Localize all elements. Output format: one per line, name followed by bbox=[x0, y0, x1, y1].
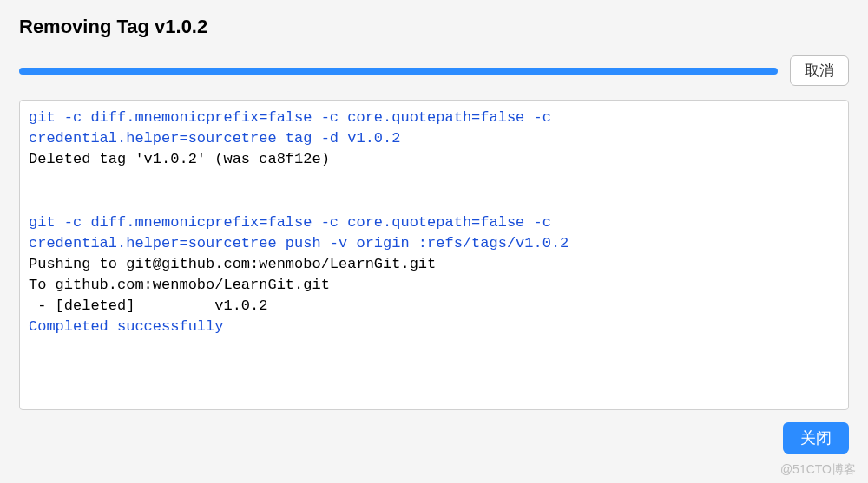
progress-row: 取消 bbox=[19, 55, 849, 86]
output-line: Completed successfully bbox=[29, 318, 223, 335]
output-line: credential.helper=sourcetree push -v ori… bbox=[29, 235, 569, 251]
output-line: credential.helper=sourcetree tag -d v1.0… bbox=[29, 130, 400, 147]
dialog-title: Removing Tag v1.0.2 bbox=[19, 16, 849, 38]
output-line: git -c diff.mnemonicprefix=false -c core… bbox=[29, 109, 560, 126]
output-line: To github.com:wenmobo/LearnGit.git bbox=[29, 277, 330, 293]
output-line: git -c diff.mnemonicprefix=false -c core… bbox=[29, 214, 560, 231]
watermark: @51CTO博客 bbox=[780, 462, 856, 478]
dialog-footer: 关闭 bbox=[19, 422, 849, 454]
cancel-button[interactable]: 取消 bbox=[790, 55, 849, 86]
output-line: Pushing to git@github.com:wenmobo/LearnG… bbox=[29, 256, 436, 272]
close-button[interactable]: 关闭 bbox=[783, 422, 849, 454]
command-output[interactable]: git -c diff.mnemonicprefix=false -c core… bbox=[19, 100, 849, 410]
output-line: Deleted tag 'v1.0.2' (was ca8f12e) bbox=[29, 151, 330, 167]
output-line: - [deleted] v1.0.2 bbox=[29, 297, 267, 314]
progress-bar bbox=[19, 68, 778, 75]
